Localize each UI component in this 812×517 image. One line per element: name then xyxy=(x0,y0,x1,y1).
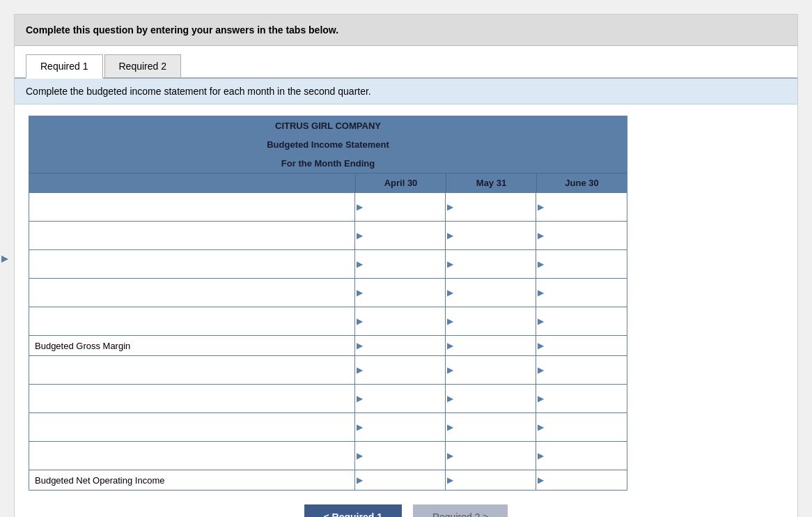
col-header-april: April 30 xyxy=(355,173,446,192)
row-input-9-may[interactable] xyxy=(446,413,536,441)
row-cell-3-may: ▶ xyxy=(446,250,536,278)
table-row: ▶ ▶ ▶ ▶ xyxy=(29,192,627,221)
instruction-text: Complete this question by entering your … xyxy=(26,24,338,36)
navigation-buttons: < Required 1 Required 2 > xyxy=(29,504,783,517)
gross-margin-input-april[interactable] xyxy=(355,336,445,355)
row-label-input-7[interactable] xyxy=(35,360,349,380)
row-label-input-9[interactable] xyxy=(35,417,349,437)
row-cell-5-april: ▶ xyxy=(355,307,446,335)
row-cell-4-june: ▶ xyxy=(536,279,627,307)
gross-margin-april: ▶ xyxy=(355,336,446,355)
tab-required1[interactable]: Required 1 xyxy=(26,54,103,79)
row-input-10-june[interactable] xyxy=(536,442,627,470)
row-input-9-april[interactable] xyxy=(355,413,445,441)
row-label-9: ▶ xyxy=(29,413,355,441)
row-label-input-4[interactable] xyxy=(35,283,349,302)
tab-required2[interactable]: Required 2 xyxy=(104,54,182,77)
row-label-1: ▶ xyxy=(29,193,355,221)
row-cell-4-may: ▶ xyxy=(446,279,536,307)
row-label-input-5[interactable] xyxy=(35,311,349,331)
row-input-2-may[interactable] xyxy=(446,222,536,249)
row-label-8: ▶ xyxy=(29,385,355,412)
row-label-10: ▶ xyxy=(29,442,355,470)
col-header-june: June 30 xyxy=(536,173,627,192)
row-input-7-may[interactable] xyxy=(446,356,536,384)
table-row: ▶ ▶ ▶ ▶ xyxy=(29,441,627,470)
main-content: CITRUS GIRL COMPANY Budgeted Income Stat… xyxy=(15,105,797,517)
row-input-5-may[interactable] xyxy=(446,307,536,335)
row-input-10-may[interactable] xyxy=(446,442,536,470)
table-period: For the Month Ending xyxy=(29,154,627,173)
row-input-2-june[interactable] xyxy=(536,222,627,249)
row-cell-7-june: ▶ xyxy=(536,356,627,384)
row-input-2-april[interactable] xyxy=(355,222,445,249)
row-input-8-june[interactable] xyxy=(536,385,627,412)
row-input-5-april[interactable] xyxy=(355,307,445,335)
net-income-april: ▶ xyxy=(355,470,446,490)
gross-margin-june: ▶ xyxy=(536,336,627,355)
row-label-input-10[interactable] xyxy=(35,446,349,465)
row-input-3-may[interactable] xyxy=(446,250,536,278)
row-label-input-2[interactable] xyxy=(35,226,349,245)
prev-required1-button[interactable]: < Required 1 xyxy=(304,504,402,517)
net-income-input-april[interactable] xyxy=(355,470,445,490)
table-row: ▶ ▶ ▶ ▶ xyxy=(29,249,627,278)
row-input-8-april[interactable] xyxy=(355,385,445,412)
gross-margin-label: Budgeted Gross Margin xyxy=(29,336,355,355)
row-label-input-8[interactable] xyxy=(35,389,349,408)
content-instruction: Complete the budgeted income statement f… xyxy=(15,79,797,105)
row-input-10-april[interactable] xyxy=(355,442,445,470)
row-input-3-june[interactable] xyxy=(536,250,627,278)
row-cell-7-may: ▶ xyxy=(446,356,536,384)
row-label-5: ▶ xyxy=(29,307,355,335)
row-cell-3-april: ▶ xyxy=(355,250,446,278)
row-cell-2-june: ▶ xyxy=(536,222,627,249)
row-input-1-june[interactable] xyxy=(536,193,627,221)
row-input-4-june[interactable] xyxy=(536,279,627,307)
row-label-2: ▶ xyxy=(29,222,355,249)
table-row: ▶ ▶ ▶ ▶ xyxy=(29,221,627,249)
row-input-8-may[interactable] xyxy=(446,385,536,412)
row-input-1-april[interactable] xyxy=(355,193,445,221)
row-label-input-3[interactable] xyxy=(35,254,349,274)
row-label-input-1[interactable] xyxy=(35,197,349,217)
row-label-7: ▶ xyxy=(29,356,355,384)
row-cell-5-may: ▶ xyxy=(446,307,536,335)
company-name: CITRUS GIRL COMPANY xyxy=(29,116,627,135)
row-cell-10-april: ▶ xyxy=(355,442,446,470)
row-cell-9-may: ▶ xyxy=(446,413,536,441)
row-input-1-may[interactable] xyxy=(446,193,536,221)
next-required2-button[interactable]: Required 2 > xyxy=(413,504,508,517)
row-cell-10-june: ▶ xyxy=(536,442,627,470)
row-cell-3-june: ▶ xyxy=(536,250,627,278)
row-label-3: ▶ xyxy=(29,250,355,278)
row-cell-5-june: ▶ xyxy=(536,307,627,335)
row-input-5-june[interactable] xyxy=(536,307,627,335)
row-input-9-june[interactable] xyxy=(536,413,627,441)
row-cell-1-june: ▶ xyxy=(536,193,627,221)
row-input-3-april[interactable] xyxy=(355,250,445,278)
tabs-row: Required 1 Required 2 xyxy=(15,46,797,79)
row-input-7-june[interactable] xyxy=(536,356,627,384)
gross-margin-input-june[interactable] xyxy=(536,336,627,355)
net-income-input-june[interactable] xyxy=(536,470,627,490)
row-cell-9-june: ▶ xyxy=(536,413,627,441)
gross-margin-input-may[interactable] xyxy=(446,336,536,355)
row-cell-9-april: ▶ xyxy=(355,413,446,441)
row-input-7-april[interactable] xyxy=(355,356,445,384)
col-header-may: May 31 xyxy=(446,173,536,192)
budgeted-gross-margin-row: Budgeted Gross Margin ▶ ▶ ▶ xyxy=(29,335,627,355)
col-header-label xyxy=(29,173,355,192)
net-income-input-may[interactable] xyxy=(446,470,536,490)
row-cell-1-may: ▶ xyxy=(446,193,536,221)
row-input-4-april[interactable] xyxy=(355,279,445,307)
row-label-4: ▶ xyxy=(29,279,355,307)
table-row: ▶ ▶ ▶ ▶ xyxy=(29,307,627,335)
row-cell-8-june: ▶ xyxy=(536,385,627,412)
row-input-4-may[interactable] xyxy=(446,279,536,307)
instruction-bar: Complete this question by entering your … xyxy=(15,15,797,46)
table-row: ▶ ▶ ▶ ▶ xyxy=(29,355,627,384)
row-cell-2-may: ▶ xyxy=(446,222,536,249)
table-row: ▶ ▶ ▶ ▶ xyxy=(29,412,627,441)
row-cell-10-may: ▶ xyxy=(446,442,536,470)
